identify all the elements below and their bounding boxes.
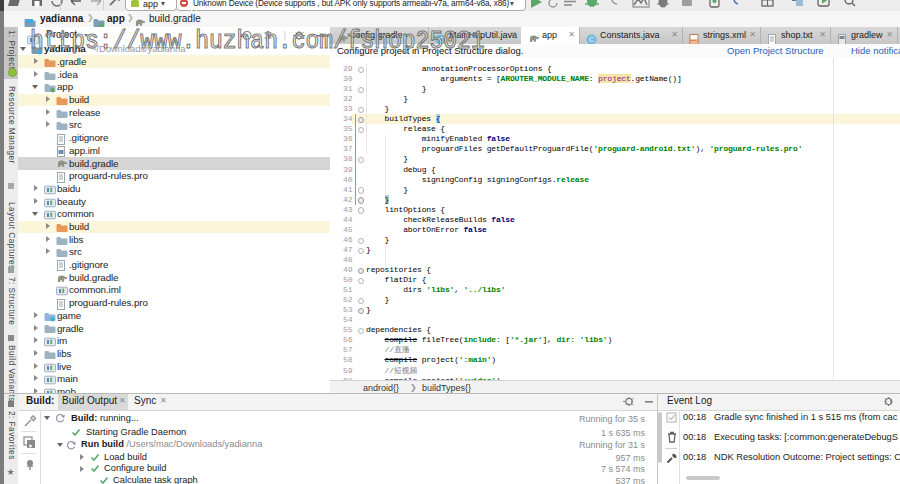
svg-text:C: C: [589, 36, 594, 43]
